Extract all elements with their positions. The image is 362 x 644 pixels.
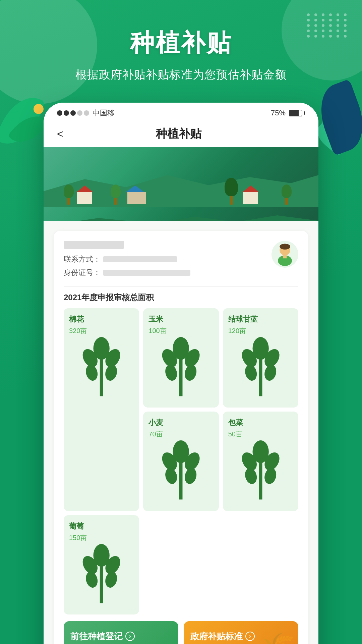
nav-title: 种植补贴 (63, 126, 294, 142)
tree-1 (64, 184, 74, 205)
planting-register-button[interactable]: 前往种植登记 › 登记种植信息增加补贴金额 (64, 621, 178, 644)
status-bar: 中国移 75% (44, 103, 318, 121)
svg-point-14 (164, 363, 179, 382)
crop-card-玉米: 玉米100亩 (143, 308, 219, 408)
tree-top-2 (111, 184, 121, 198)
battery-body (289, 110, 302, 116)
svg-point-21 (263, 363, 278, 382)
nav-bar: < 种植补贴 (44, 121, 318, 147)
house-roof-1 (76, 185, 93, 192)
tree-top-3 (282, 184, 292, 198)
tree-trunk-3 (285, 198, 288, 205)
avatar (272, 241, 298, 268)
page-title: 种植补贴 (130, 27, 232, 59)
house-body-2 (127, 192, 146, 204)
contact-label: 联系方式： (64, 254, 101, 264)
crop-section-title: 2021年度申报审核总面积 (64, 292, 298, 303)
id-blurred (103, 270, 190, 276)
crop-area: 320亩 (69, 326, 134, 335)
svg-point-1 (280, 244, 290, 250)
crop-name: 玉米 (148, 314, 213, 324)
crop-name: 小麦 (148, 418, 213, 428)
phone-mockup: 中国移 75% < 种植补贴 (44, 103, 318, 644)
crop-card-棉花: 棉花320亩 (64, 308, 139, 511)
crop-card-小麦: 小麦70亩 (143, 412, 219, 511)
gov-standard-button[interactable]: 政府补贴标准 › 查看当地政府补贴标准信息 🌾 (184, 621, 298, 644)
house-3 (243, 192, 258, 204)
carrier-text: 中国移 (93, 108, 115, 118)
user-contact-field: 联系方式： (64, 254, 265, 264)
house-solar-2 (126, 185, 144, 192)
crop-area: 120亩 (228, 326, 293, 335)
crop-card-包菜: 包菜50亩 (223, 412, 298, 511)
divider (64, 286, 298, 287)
battery-percent: 75% (271, 109, 286, 117)
user-id-field: 身份证号： (64, 268, 265, 278)
crop-area: 50亩 (228, 430, 293, 439)
crop-card-葡萄: 葡萄150亩 (64, 515, 139, 614)
svg-point-33 (263, 467, 278, 485)
status-left: 中国移 (57, 108, 115, 118)
hero-image (44, 147, 318, 221)
signal-dot-4 (77, 110, 82, 116)
btn-wheat-decoration: 🌾 (261, 631, 295, 644)
signal-dot-1 (57, 110, 62, 116)
house-body-3 (243, 192, 258, 204)
crop-icon-svg (148, 439, 213, 503)
crop-area: 70亩 (148, 430, 213, 439)
svg-point-38 (84, 570, 99, 589)
tree-2 (111, 184, 121, 205)
gov-arrow-icon: › (245, 632, 255, 641)
svg-rect-3 (283, 254, 287, 258)
house-roof-3 (242, 185, 259, 192)
page-wrapper: 种植补贴 根据政府补贴补贴标准为您预估补贴金额 中国移 75% (0, 0, 362, 644)
signal-dot-5 (84, 110, 89, 116)
house-1 (77, 192, 92, 204)
crop-icon-svg (69, 335, 134, 400)
register-btn-title: 前往种植登记 › (70, 631, 172, 642)
tree-trunk-2 (114, 198, 117, 205)
tree-trunk-1 (67, 198, 70, 205)
svg-point-27 (183, 467, 198, 485)
crop-name: 葡萄 (69, 521, 134, 531)
tree-4 (225, 178, 238, 205)
avatar-svg (273, 243, 297, 266)
user-card: 联系方式： 身份证号： (54, 231, 308, 644)
crop-card-结球甘蓝: 结球甘蓝120亩 (223, 308, 298, 408)
action-buttons-row: 前往种植登记 › 登记种植信息增加补贴金额 政府补贴标准 › 查看当地政府补贴标… (64, 621, 298, 644)
hero-scenery (44, 167, 318, 221)
crop-name: 结球甘蓝 (228, 314, 293, 324)
user-name-blurred (64, 241, 124, 249)
status-right: 75% (271, 109, 305, 117)
user-details: 联系方式： 身份证号： (64, 241, 265, 281)
back-button[interactable]: < (57, 128, 63, 140)
crop-icon-svg (228, 335, 293, 400)
svg-point-39 (104, 570, 119, 589)
tree-3 (282, 184, 292, 205)
svg-point-8 (84, 363, 99, 382)
crop-name: 棉花 (69, 314, 134, 324)
contact-blurred (103, 256, 177, 262)
tree-trunk-4 (230, 196, 233, 205)
register-arrow-icon: › (125, 632, 135, 641)
battery-icon (289, 110, 305, 116)
content-area: 联系方式： 身份证号： (44, 221, 318, 644)
crop-icon-svg (148, 335, 213, 400)
house-body-1 (77, 192, 92, 204)
svg-point-15 (183, 363, 198, 382)
svg-point-9 (104, 363, 119, 382)
house-2 (127, 192, 146, 204)
crop-icon-svg (69, 542, 134, 607)
crops-grid: 棉花320亩玉米100亩结球甘蓝120亩小麦70亩包菜50亩葡萄150亩 (64, 308, 298, 614)
tree-top-4 (225, 178, 238, 196)
battery-tip (304, 111, 305, 115)
svg-point-20 (243, 363, 258, 382)
svg-point-26 (164, 467, 179, 485)
tree-top-1 (64, 184, 74, 198)
svg-point-32 (243, 467, 258, 485)
crop-area: 150亩 (69, 533, 134, 542)
crop-name: 包菜 (228, 418, 293, 428)
signal-dot-3 (70, 110, 76, 116)
crop-area: 100亩 (148, 326, 213, 335)
user-info-row: 联系方式： 身份证号： (64, 241, 298, 281)
